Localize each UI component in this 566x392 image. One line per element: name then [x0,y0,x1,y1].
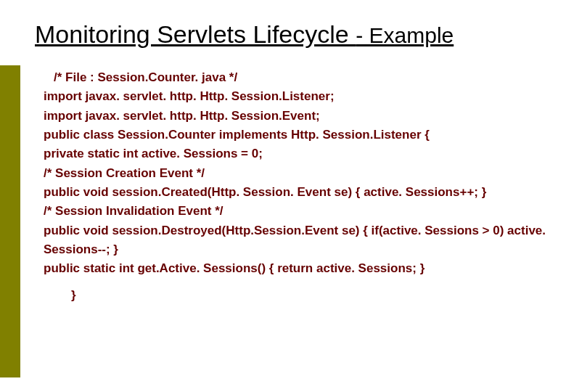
code-line: private static int active. Sessions = 0; [44,144,551,163]
title-main: Monitoring Servlets Lifecycle [35,20,356,48]
side-accent-bar [0,65,20,377]
code-line: /* File : Session.Counter. java */ [44,68,551,87]
title-suffix: - Example [356,23,454,47]
code-line: public static int get.Active. Sessions()… [44,259,551,278]
slide-title: Monitoring Servlets Lifecycle - Example [35,20,454,49]
code-line: /* Session Creation Event */ [44,164,551,183]
code-line: public void session.Destroyed(Http.Sessi… [44,221,551,260]
code-line: import javax. servlet. http. Http. Sessi… [44,107,551,126]
code-line: } [44,286,551,305]
code-line: import javax. servlet. http. Http. Sessi… [44,87,551,106]
code-line: public class Session.Counter implements … [44,126,551,144]
code-line: public void session.Created(Http. Sessio… [44,183,551,202]
code-line: /* Session Invalidation Event */ [44,202,551,221]
code-block: /* File : Session.Counter. java */ impor… [44,68,551,305]
slide: Monitoring Servlets Lifecycle - Example … [0,0,566,392]
